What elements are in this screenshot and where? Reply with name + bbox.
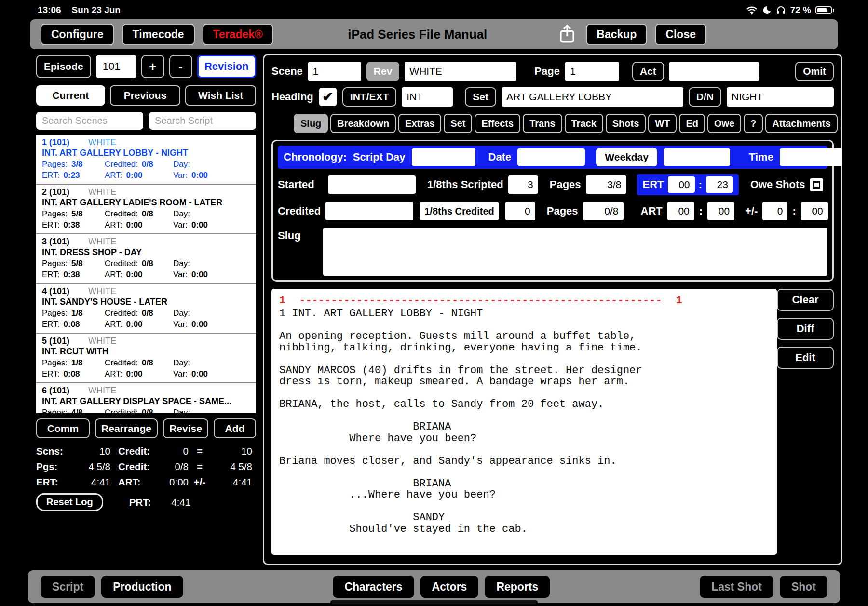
last-shot-button[interactable]: Last Shot <box>700 576 773 598</box>
scene-list-item[interactable]: 3 (101) WHITE INT. DRESS SHOP - DAY Page… <box>36 234 256 284</box>
int-ext-input[interactable] <box>402 87 453 107</box>
pages-value: 5/8 <box>71 209 83 219</box>
tab-effects[interactable]: Effects <box>475 114 520 133</box>
tab-slug[interactable]: Slug <box>294 114 328 133</box>
revision-color-input[interactable] <box>405 62 516 81</box>
tab-attachments[interactable]: Attachments <box>765 114 837 133</box>
pages-scripted-input[interactable] <box>586 175 626 194</box>
tab-help[interactable]: ? <box>744 114 763 133</box>
time-input[interactable] <box>780 148 842 166</box>
ert-label: ERT: <box>42 320 60 329</box>
tab-wt[interactable]: WT <box>648 114 677 133</box>
comm-button[interactable]: Comm <box>36 418 90 438</box>
weekday-button[interactable]: Weekday <box>596 148 657 166</box>
clear-button[interactable]: Clear <box>777 289 834 311</box>
characters-button[interactable]: Characters <box>333 576 414 598</box>
share-icon[interactable] <box>556 24 578 44</box>
eighths-scripted-input[interactable] <box>508 175 538 194</box>
scene-list-item[interactable]: 1 (101) WHITE INT. ART GALLERY LOBBY - N… <box>36 135 256 185</box>
omit-button[interactable]: Omit <box>795 62 834 81</box>
detail-tab-row: SlugBreakdownExtrasSetEffectsTransTrackS… <box>294 114 834 133</box>
tab-current[interactable]: Current <box>36 85 105 106</box>
rearrange-button[interactable]: Rearrange <box>95 418 158 438</box>
heading-label: Heading <box>271 91 313 103</box>
stat-label: ERT: <box>36 476 66 488</box>
tab-breakdown[interactable]: Breakdown <box>330 114 396 133</box>
edit-button[interactable]: Edit <box>777 347 834 369</box>
pages-credited-input[interactable] <box>583 202 624 220</box>
credited-value: 0/8 <box>142 209 153 219</box>
eighths-credited-input[interactable] <box>505 202 535 220</box>
tab-trans[interactable]: Trans <box>523 114 562 133</box>
tab-track[interactable]: Track <box>565 114 603 133</box>
close-button[interactable]: Close <box>655 24 706 45</box>
scene-list-item[interactable]: 6 (101) WHITE INT. ART GALLERY DISPLAY S… <box>36 383 256 413</box>
int-ext-button[interactable]: INT/EXT <box>342 87 397 107</box>
started-input[interactable] <box>328 175 416 194</box>
tab-owe[interactable]: Owe <box>707 114 741 133</box>
episode-plus-button[interactable]: + <box>141 55 164 78</box>
script-button[interactable]: Script <box>41 576 95 598</box>
art-minutes-input[interactable] <box>707 202 734 220</box>
set-input[interactable] <box>502 87 683 107</box>
tab-previous[interactable]: Previous <box>110 85 181 106</box>
art-label: ART: <box>105 220 122 230</box>
diff-button[interactable]: Diff <box>777 318 834 340</box>
teradek-button[interactable]: Teradek® <box>203 24 273 45</box>
art-hours-input[interactable] <box>667 202 694 220</box>
shot-button[interactable]: Shot <box>780 576 827 598</box>
tab-ed[interactable]: Ed <box>679 114 705 133</box>
episode-minus-button[interactable]: - <box>169 55 192 78</box>
variance-minutes-input[interactable] <box>801 202 828 220</box>
ert-hours-input[interactable] <box>668 176 695 193</box>
add-button[interactable]: Add <box>214 418 256 438</box>
scene-number-input[interactable] <box>308 62 361 81</box>
act-button[interactable]: Act <box>632 62 664 81</box>
revision-button[interactable]: Revision <box>197 55 256 78</box>
art-label: ART: <box>105 320 122 329</box>
variance-hours-input[interactable] <box>762 202 787 220</box>
weekday-input[interactable] <box>664 148 730 166</box>
tab-extras[interactable]: Extras <box>398 114 441 133</box>
actors-button[interactable]: Actors <box>420 576 479 598</box>
scene-list-item[interactable]: 2 (101) WHITE INT. ART GALLERY LADIE'S R… <box>36 185 256 234</box>
search-scenes-input[interactable] <box>36 112 143 130</box>
script-line-blank <box>279 444 682 456</box>
configure-button[interactable]: Configure <box>41 24 114 45</box>
script-page[interactable]: 1 --------------------------------------… <box>271 289 777 555</box>
scene-list-item[interactable]: 5 (101) WHITE INT. RCUT WITH Pages:1/8 C… <box>36 334 256 383</box>
slug-textarea[interactable] <box>323 228 827 276</box>
ert-minutes-input[interactable] <box>706 176 733 193</box>
tab-set[interactable]: Set <box>444 114 472 133</box>
day-night-input[interactable] <box>727 87 834 107</box>
scene-revision-color: WHITE <box>88 187 116 197</box>
tab-wish-list[interactable]: Wish List <box>185 85 256 106</box>
tab-shots[interactable]: Shots <box>606 114 646 133</box>
art-value: 0:00 <box>126 220 143 230</box>
reset-log-button[interactable]: Reset Log <box>36 493 103 511</box>
production-button[interactable]: Production <box>101 576 183 598</box>
revise-button[interactable]: Revise <box>163 418 208 438</box>
credited-input[interactable] <box>326 202 413 220</box>
heading-checkbox[interactable]: ✔ <box>319 88 337 106</box>
script-day-input[interactable] <box>412 148 475 166</box>
credited-value: 0/8 <box>142 259 153 269</box>
stat-label: Credit: <box>110 445 159 457</box>
act-input[interactable] <box>669 62 759 81</box>
reports-button[interactable]: Reports <box>485 576 550 598</box>
owe-shots-checkbox[interactable] <box>810 178 823 191</box>
backup-button[interactable]: Backup <box>586 24 647 45</box>
scene-list-item[interactable]: 4 (101) WHITE INT. SANDY'S HOUSE - LATER… <box>36 284 256 334</box>
script-line-action: An opening reception. Guests mill around… <box>279 331 682 342</box>
page-number-input[interactable] <box>565 62 619 81</box>
episode-number-input[interactable] <box>96 55 136 78</box>
day-night-button[interactable]: D/N <box>689 87 721 107</box>
eighths-credited-button[interactable]: 1/8ths Credited <box>418 201 500 221</box>
rev-button[interactable]: Rev <box>366 62 400 81</box>
timecode-button[interactable]: Timecode <box>122 24 195 45</box>
home-indicator[interactable] <box>330 600 538 604</box>
date-input[interactable] <box>517 148 585 166</box>
episode-button[interactable]: Episode <box>36 55 91 78</box>
set-button[interactable]: Set <box>465 87 496 107</box>
search-script-input[interactable] <box>149 112 256 130</box>
